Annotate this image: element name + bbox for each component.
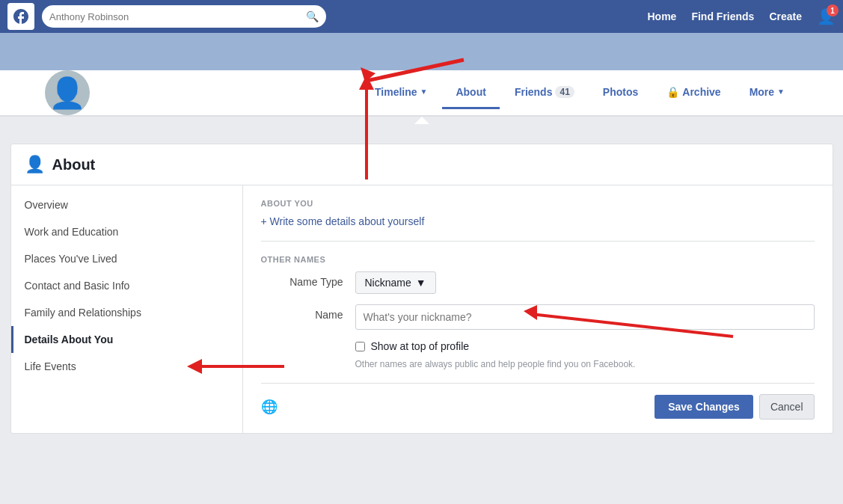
checkbox-area: Show at top of profile Other names are a… (355, 340, 815, 371)
friends-badge: 41 (555, 86, 574, 98)
about-you-label: ABOUT YOU (261, 199, 815, 208)
search-bar[interactable]: 🔍 (42, 5, 326, 28)
avatar: 👤 (45, 70, 90, 115)
tab-archive[interactable]: 🔒 Archive (653, 77, 734, 109)
show-at-top-row: Show at top of profile (355, 340, 815, 352)
cancel-button[interactable]: Cancel (759, 394, 815, 420)
name-type-field: Nickname ▼ (355, 271, 815, 294)
tab-photos[interactable]: Photos (589, 77, 652, 109)
sidebar-item-places-lived[interactable]: Places You've Lived (11, 245, 242, 272)
show-at-top-checkbox[interactable] (355, 342, 365, 351)
name-label: Name (261, 304, 343, 321)
name-type-dropdown[interactable]: Nickname ▼ (355, 271, 436, 294)
help-text: Other names are always public and help p… (355, 358, 655, 371)
sidebar-item-contact-info[interactable]: Contact and Basic Info (11, 272, 242, 299)
nickname-input[interactable] (355, 304, 815, 330)
nav-links: Home Find Friends Create 👤 1 (648, 7, 836, 25)
find-friends-link[interactable]: Find Friends (691, 10, 754, 22)
facebook-logo (7, 3, 34, 30)
chevron-down-icon-more: ▼ (777, 87, 785, 96)
show-at-top-label: Show at top of profile (371, 340, 470, 352)
search-icon: 🔍 (306, 10, 319, 22)
cover-image (0, 33, 843, 70)
other-names-label: OTHER NAMES (261, 255, 815, 264)
sidebar-item-details-about-you[interactable]: Details About You (11, 326, 242, 353)
save-changes-button[interactable]: Save Changes (655, 395, 753, 419)
arrow-up-indicator (414, 117, 429, 124)
top-navbar: 🔍 Home Find Friends Create 👤 1 (0, 0, 843, 33)
cover-area: 👤 Timeline ▼ About Friends 41 Photos 🔒 A… (0, 33, 843, 117)
sidebar-item-overview[interactable]: Overview (11, 191, 242, 218)
home-link[interactable]: Home (648, 10, 677, 22)
tab-more[interactable]: More ▼ (736, 77, 798, 109)
profile-tabs: Timeline ▼ About Friends 41 Photos 🔒 Arc… (361, 77, 798, 109)
about-header: 👤 About (11, 144, 833, 185)
name-type-label: Name Type (261, 271, 343, 288)
name-row: Name (261, 304, 815, 330)
profile-nav: 👤 Timeline ▼ About Friends 41 Photos 🔒 A… (0, 70, 843, 116)
about-body: Overview Work and Education Places You'v… (11, 185, 833, 433)
tab-indicator (0, 117, 843, 132)
tab-friends[interactable]: Friends 41 (501, 77, 588, 109)
chevron-down-icon-dropdown: ▼ (416, 277, 426, 289)
search-input[interactable] (49, 11, 306, 22)
create-link[interactable]: Create (769, 10, 802, 22)
write-details-link[interactable]: + Write some details about yourself (261, 215, 815, 227)
name-type-value: Nickname (365, 277, 411, 289)
about-main: ABOUT YOU + Write some details about you… (243, 185, 833, 433)
other-names-section: OTHER NAMES Name Type Nickname ▼ (261, 255, 815, 420)
avatar-icon: 👤 (49, 76, 86, 111)
name-field (355, 304, 815, 330)
action-row: 🌐 Save Changes Cancel (261, 383, 815, 420)
tab-about[interactable]: About (442, 77, 499, 109)
chevron-down-icon: ▼ (420, 87, 428, 96)
person-about-icon: 👤 (25, 155, 45, 174)
lock-icon: 🔒 (666, 86, 679, 98)
main-content: 👤 About Overview Work and Education Plac… (10, 132, 833, 446)
about-card: 👤 About Overview Work and Education Plac… (10, 144, 833, 434)
about-sidebar: Overview Work and Education Places You'v… (11, 185, 243, 433)
sidebar-item-work-education[interactable]: Work and Education (11, 218, 242, 245)
notification-button[interactable]: 👤 1 (817, 7, 836, 25)
name-type-row: Name Type Nickname ▼ (261, 271, 815, 294)
about-title: About (52, 156, 96, 173)
sidebar-item-family-relationships[interactable]: Family and Relationships (11, 299, 242, 326)
tab-timeline[interactable]: Timeline ▼ (361, 77, 441, 109)
section-divider (261, 241, 815, 242)
globe-icon: 🌐 (261, 399, 278, 415)
notification-badge: 1 (827, 4, 839, 16)
sidebar-item-life-events[interactable]: Life Events (11, 353, 242, 380)
